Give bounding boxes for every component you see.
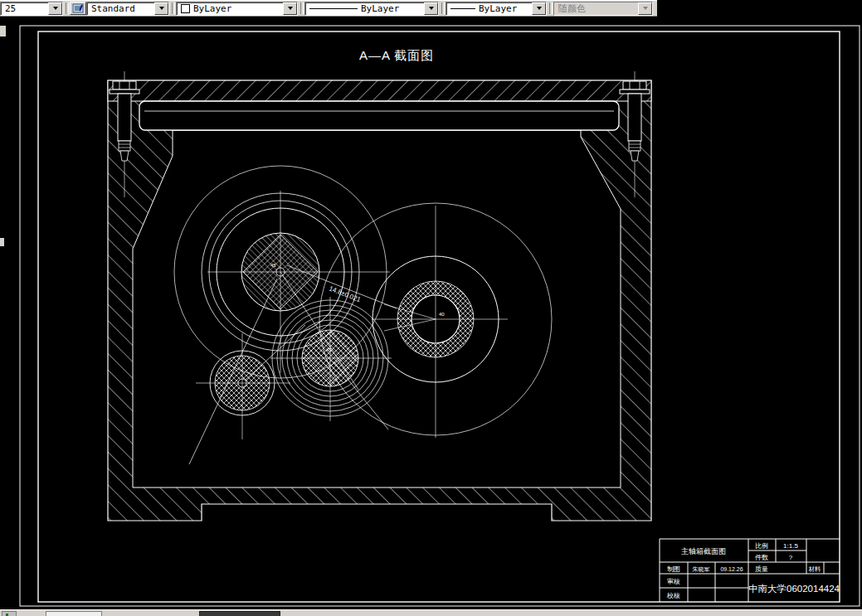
tb-organization: 中南大学0602014424: [748, 584, 840, 594]
lineweight-value: ByLayer: [479, 3, 517, 14]
chevron-down-icon[interactable]: [532, 2, 546, 15]
tb-mass-label: 质量: [755, 565, 768, 573]
chevron-down-icon[interactable]: [424, 2, 438, 15]
tb-drafter-date: 09.12.26: [720, 566, 743, 572]
object-properties-toolbar: 25 Standard ByLayer: [0, 0, 657, 17]
tb-reviewer-label: 校核: [666, 592, 680, 599]
color-combo[interactable]: ByLayer: [176, 2, 298, 16]
docked-toolbar-fragment: [0, 26, 6, 36]
gear-a-label: 45: [270, 263, 276, 268]
taskbar-window-button[interactable]: [199, 611, 280, 616]
chevron-down-icon[interactable]: [154, 2, 168, 15]
tb-count-label: 件数: [755, 554, 768, 561]
tb-drawing-name: 主轴箱截面图: [681, 547, 726, 555]
cover-plate: [139, 101, 619, 130]
text-style-button[interactable]: [70, 2, 86, 15]
style-value[interactable]: Standard: [87, 2, 154, 15]
linetype-value: ByLayer: [361, 3, 399, 14]
toolbar-separator: [439, 2, 446, 15]
style-combo[interactable]: Standard: [86, 2, 169, 16]
tb-checker-label: 审核: [667, 578, 680, 585]
tb-drafter-name: 朱晓军: [693, 566, 710, 573]
taskbar-fragment: [0, 609, 862, 616]
color-swatch: [181, 4, 190, 13]
toolbar-separator: [298, 2, 304, 15]
section-title: A—A 截面图: [359, 48, 434, 62]
chevron-down-icon[interactable]: [48, 2, 62, 15]
tb-scale-value: 1:1.5: [783, 542, 798, 550]
autocad-window: 25 Standard ByLayer: [0, 0, 862, 616]
top-flange-section: [108, 80, 651, 101]
tb-drafter-label: 制图: [667, 565, 680, 573]
gear-b-label: 40: [439, 312, 445, 317]
toolbar-separator: [547, 2, 553, 15]
taskbar-toolbar[interactable]: [46, 611, 102, 616]
text-height-combo[interactable]: 25: [0, 2, 63, 16]
plotstyle-combo: 随颜色: [553, 2, 653, 16]
tb-scale-label: 比例: [755, 542, 768, 550]
tb-count-value: ?: [789, 554, 793, 561]
docked-toolbar-fragment: [0, 238, 4, 246]
linetype-combo[interactable]: ByLayer: [304, 2, 439, 16]
text-height-value[interactable]: 25: [1, 2, 48, 15]
lineweight-combo[interactable]: ByLayer: [446, 2, 547, 16]
drawing-canvas[interactable]: A—A 截面图: [0, 0, 862, 616]
linetype-swatch: [309, 7, 358, 11]
lineweight-swatch: [450, 7, 475, 11]
toolbar-separator: [63, 2, 70, 15]
color-value: ByLayer: [193, 3, 231, 14]
chevron-down-icon[interactable]: [283, 2, 297, 15]
tb-material-label: 材料: [809, 565, 822, 573]
toolbar-separator: [169, 2, 176, 15]
start-button[interactable]: [2, 611, 17, 616]
chevron-down-icon: [638, 2, 652, 15]
plotstyle-value: 随颜色: [554, 2, 638, 15]
text-style-icon: [72, 3, 84, 13]
